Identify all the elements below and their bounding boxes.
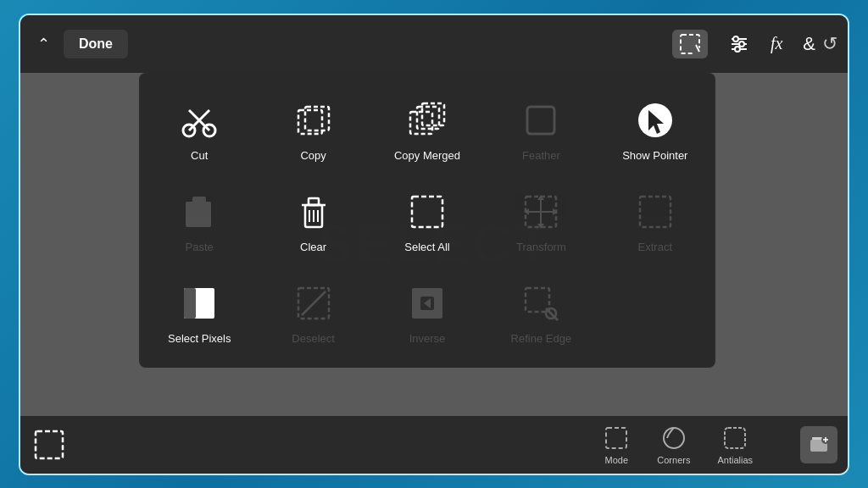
svg-rect-45 (526, 288, 549, 312)
bottom-tool-corners[interactable]: Corners (657, 424, 690, 465)
menu-transform-label: Transform (516, 241, 566, 253)
fx-icon[interactable]: fx (771, 34, 782, 53)
svg-point-6 (733, 36, 738, 42)
bottom-tool-antialias[interactable]: Antialias (717, 424, 753, 465)
select-pixels-icon (177, 281, 221, 325)
mode-label: Mode (605, 455, 629, 465)
copy-merged-icon (405, 98, 449, 142)
corners-label: Corners (657, 455, 690, 465)
svg-rect-48 (36, 431, 63, 458)
svg-rect-39 (184, 288, 196, 319)
antialias-label: Antialias (717, 455, 753, 465)
menu-inverse-label: Inverse (409, 332, 446, 345)
toolbar-icons: fx & (672, 30, 815, 58)
refine-edge-icon (519, 281, 563, 325)
bottom-tool-mode[interactable]: Mode (603, 424, 630, 465)
extract-icon (633, 190, 677, 234)
menu-refine-edge-label: Refine Edge (511, 332, 572, 345)
menu-copy-merged-label: Copy Merged (394, 149, 460, 162)
app-window: ⌃ Done (19, 14, 849, 475)
transform-icon (519, 190, 563, 234)
mode-icon (603, 424, 630, 452)
blend-icon[interactable]: & (803, 33, 815, 55)
menu-item-inverse: Inverse (374, 269, 481, 354)
dropdown-menu: Cut Copy (139, 73, 715, 368)
chevron-up-icon[interactable]: ⌃ (31, 30, 57, 58)
antialias-icon (721, 424, 748, 452)
menu-item-paste: Paste (146, 178, 253, 263)
main-content: SELECT Cut (20, 73, 848, 416)
svg-point-7 (739, 42, 744, 47)
bottom-toolbar: Mode Corners Antialia (20, 416, 848, 474)
selection-tool-icon[interactable] (672, 30, 708, 58)
corners-icon (660, 424, 687, 452)
menu-show-pointer-label: Show Pointer (622, 149, 687, 162)
menu-copy-label: Copy (300, 149, 326, 162)
menu-cut-label: Cut (191, 149, 208, 162)
menu-item-select-pixels[interactable]: Select Pixels (146, 269, 253, 354)
feather-icon (519, 98, 563, 142)
menu-grid: Cut Copy (146, 86, 709, 354)
clear-icon (292, 190, 336, 234)
adjustments-icon[interactable] (728, 33, 750, 55)
menu-item-feather: Feather (487, 86, 594, 171)
menu-item-cut[interactable]: Cut (146, 86, 253, 171)
layers-button[interactable] (800, 426, 837, 463)
menu-item-transform: Transform (487, 178, 594, 263)
undo-icon[interactable]: ↺ (822, 33, 837, 55)
svg-line-41 (302, 291, 326, 315)
svg-point-50 (664, 428, 684, 448)
svg-rect-37 (640, 197, 670, 227)
select-all-icon (405, 190, 449, 234)
menu-deselect-label: Deselect (292, 332, 335, 345)
menu-select-all-label: Select All (404, 241, 449, 253)
menu-item-select-all[interactable]: Select All (374, 178, 481, 263)
svg-rect-51 (725, 428, 745, 448)
svg-rect-29 (412, 197, 442, 227)
done-button[interactable]: Done (64, 30, 128, 58)
svg-point-8 (735, 47, 740, 52)
menu-item-show-pointer[interactable]: Show Pointer (602, 86, 709, 171)
svg-rect-22 (192, 197, 206, 207)
paste-icon (177, 190, 221, 234)
menu-extract-label: Extract (638, 241, 672, 253)
menu-item-clear[interactable]: Clear (259, 178, 366, 263)
menu-clear-label: Clear (300, 241, 326, 253)
cut-icon (177, 98, 221, 142)
svg-rect-49 (606, 428, 626, 448)
menu-item-copy-merged[interactable]: Copy Merged (374, 86, 481, 171)
bottom-tools: Mode Corners Antialia (603, 424, 753, 465)
top-toolbar: ⌃ Done (20, 15, 848, 73)
show-pointer-icon (633, 98, 677, 142)
menu-item-extract: Extract (602, 178, 709, 263)
menu-paste-label: Paste (186, 241, 214, 253)
bottom-selection-icon[interactable] (31, 426, 68, 463)
menu-feather-label: Feather (522, 149, 560, 162)
copy-icon (292, 98, 336, 142)
menu-select-pixels-label: Select Pixels (168, 332, 231, 345)
svg-rect-18 (527, 107, 554, 134)
menu-item-deselect: Deselect (259, 269, 366, 354)
menu-item-refine-edge: Refine Edge (487, 269, 594, 354)
menu-item-copy[interactable]: Copy (259, 86, 366, 171)
deselect-icon (292, 281, 336, 325)
inverse-icon (405, 281, 449, 325)
svg-rect-25 (309, 198, 319, 205)
